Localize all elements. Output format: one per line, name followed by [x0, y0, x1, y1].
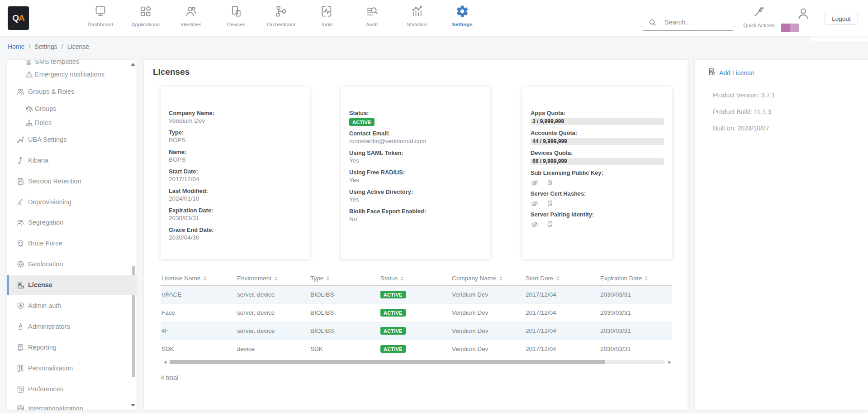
nav-item-settings[interactable]: Settings — [440, 0, 485, 36]
eye-off-icon[interactable] — [531, 221, 539, 229]
sidebar-item-brute-force[interactable]: Brute Force — [7, 234, 137, 254]
field-label: Devices Quota: — [531, 149, 664, 157]
column-header-status[interactable]: Status — [379, 275, 451, 282]
sidebar-item-segregation[interactable]: Segregation — [7, 213, 137, 233]
app-root: QA DashboardApplicationsIdentitiesDevice… — [0, 0, 868, 413]
table-row[interactable]: VFACEserver, deviceBIOLIBSACTIVEVeridium… — [161, 286, 672, 304]
add-license-button[interactable]: Add License — [707, 67, 754, 78]
sidebar-item-preferences[interactable]: Preferences — [7, 379, 137, 399]
field-label: Server Pairing Identity: — [531, 211, 664, 218]
table-cell-status: ACTIVE — [379, 291, 451, 298]
clipboard-icon[interactable] — [546, 179, 554, 187]
add-license-icon — [707, 67, 716, 78]
sidebar-item-admin-auth[interactable]: Admin auth — [7, 296, 137, 316]
column-header-expiration-date[interactable]: Expiration Date — [599, 275, 672, 282]
sidebar-item-label: Roles — [35, 119, 52, 126]
logout-button[interactable]: Logout — [825, 13, 858, 24]
status-badge: ACTIVE — [380, 291, 406, 298]
audit-icon — [365, 12, 379, 19]
column-label: Status — [380, 275, 398, 282]
info-field: Expiration Date:2030/03/31 — [169, 206, 302, 222]
clipboard-icon[interactable] — [546, 200, 554, 208]
column-header-environment[interactable]: Environment — [236, 275, 309, 282]
sidebar-item-label: Groups — [35, 105, 57, 112]
scrollbar-track[interactable] — [170, 360, 664, 364]
breadcrumb-item-license: License — [67, 43, 89, 50]
key-field: Sub Licensing Public Key: — [531, 169, 664, 187]
quota-bar: 44 / 9,999,999 — [531, 138, 664, 145]
nav-item-statistics[interactable]: Statistics — [394, 0, 440, 36]
table-row[interactable]: SDKdeviceSDKACTIVEVeridium Dev2017/12/04… — [161, 340, 672, 358]
info-field: Using SAML Token:Yes — [349, 149, 482, 165]
key-field: Server Cert Hashes: — [531, 190, 664, 208]
sidebar-item-deprovisioning[interactable]: Deprovisioning — [7, 192, 137, 212]
sort-icon — [645, 276, 648, 281]
sidebar-item-session-retention[interactable]: Session Retention — [7, 172, 137, 192]
info-field: Biolib Face Export Enabled:No — [349, 207, 482, 223]
tools-icon — [320, 12, 333, 19]
main-nav: DashboardApplicationsIdentitiesDevicesOr… — [78, 0, 485, 36]
sidebar-item-geolocation[interactable]: Geolocation — [7, 255, 137, 274]
eye-off-icon[interactable] — [531, 179, 539, 187]
nav-item-audit[interactable]: Audit — [349, 0, 394, 36]
clipboard-icon[interactable] — [546, 221, 554, 229]
info-field: Grace End Date:2030/04/30 — [169, 226, 302, 242]
swatch-pink — [790, 24, 799, 32]
field-label: Using SAML Token: — [349, 149, 482, 157]
user-avatar-icon[interactable] — [796, 6, 811, 21]
sidebar-item-kibana[interactable]: Kibana — [7, 151, 137, 171]
breadcrumb-item-settings[interactable]: Settings — [34, 43, 57, 50]
logo-letter-a: A — [19, 13, 24, 23]
field-label: Type: — [169, 129, 302, 136]
sidebar-item-reporting[interactable]: Reporting — [7, 338, 137, 358]
nav-item-identities[interactable]: Identities — [168, 0, 213, 36]
column-header-license-name[interactable]: License Name — [161, 275, 236, 282]
quick-actions-button[interactable]: Quick Actions — [738, 6, 780, 28]
scroll-left-icon[interactable] — [164, 360, 166, 364]
column-header-type[interactable]: Type — [309, 275, 379, 282]
scroll-right-icon[interactable] — [669, 360, 671, 364]
field-label: Using Active Directory: — [349, 188, 482, 196]
sidebar-item-administrators[interactable]: Administrators — [7, 317, 137, 337]
sidebar-item-internationalization[interactable]: Internationalization — [7, 399, 137, 410]
sidebar-item-label: Deprovisioning — [28, 198, 71, 206]
field-label: Last Modified: — [169, 187, 302, 195]
table-cell-expiration_date: 2030/03/31 — [599, 327, 672, 334]
table-cell-license_name: 4F — [161, 327, 236, 334]
field-value: Yes — [349, 157, 482, 165]
sidebar-item-label: Geolocation — [28, 260, 63, 268]
nav-item-label: Statistics — [394, 22, 440, 27]
breadcrumb-item-home[interactable]: Home — [8, 43, 24, 50]
field-value: 2024/01/10 — [169, 195, 302, 203]
field-value: rconstantin@veridiumid.com — [349, 137, 482, 145]
nav-item-orchestrator[interactable]: Orchestrator — [259, 0, 304, 36]
sidebar-item-uba-settings[interactable]: UBA Settings — [7, 130, 137, 150]
key-field: Server Pairing Identity: — [531, 211, 664, 229]
field-label: Using Free RADIUS: — [349, 168, 482, 176]
eye-off-icon[interactable] — [531, 200, 539, 208]
column-header-start-date[interactable]: Start Date — [525, 275, 599, 282]
field-value: Yes — [349, 196, 482, 204]
info-field: Company Name:Veridium Dev — [169, 109, 302, 125]
quick-actions-label: Quick Actions — [738, 23, 780, 28]
nav-item-devices[interactable]: Devices — [213, 0, 259, 36]
scrollbar-thumb[interactable] — [170, 360, 605, 364]
sidebar-item-personalisation[interactable]: Personalisation — [7, 359, 137, 379]
sidebar-item-license[interactable]: License — [7, 275, 137, 295]
sidebar-item-label: Brute Force — [28, 240, 62, 247]
field-label: Status: — [349, 109, 482, 117]
table-row[interactable]: 4Fserver, deviceBIOLIBSACTIVEVeridium De… — [161, 322, 672, 340]
field-value: Veridium Dev — [169, 117, 302, 125]
table-row[interactable]: Faceserver, deviceBIOLIBSACTIVEVeridium … — [161, 304, 672, 322]
breadcrumb-separator: / — [28, 43, 30, 50]
search-input[interactable] — [664, 19, 728, 26]
column-header-company-name[interactable]: Company Name — [451, 275, 525, 282]
nav-item-tools[interactable]: Tools — [304, 0, 349, 36]
sidebar-item-label: UBA Settings — [28, 136, 66, 143]
quota-bar: 3 / 9,999,999 — [531, 118, 664, 125]
built-on: Built on: 2024/10/07 — [713, 124, 769, 132]
nav-item-dashboard[interactable]: Dashboard — [78, 0, 123, 36]
sidebar-item-label: License — [28, 281, 52, 288]
table-cell-company_name: Veridium Dev — [451, 291, 525, 298]
nav-item-applications[interactable]: Applications — [123, 0, 168, 36]
